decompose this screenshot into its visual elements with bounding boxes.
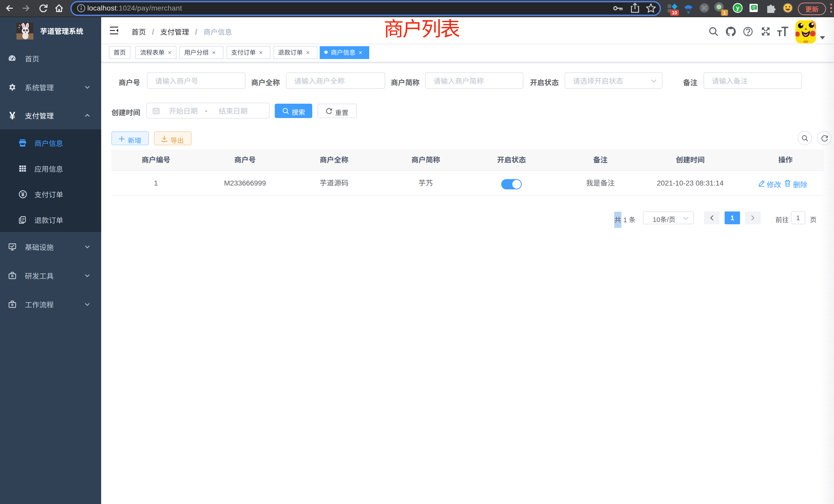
svg-text:¥: ¥ [9,110,16,121]
svg-text:1: 1 [723,10,726,16]
svg-text:y: y [736,5,740,11]
svg-text:¥: ¥ [21,191,25,198]
svg-text:⌘: ⌘ [701,5,707,12]
svg-text:10: 10 [672,10,677,16]
